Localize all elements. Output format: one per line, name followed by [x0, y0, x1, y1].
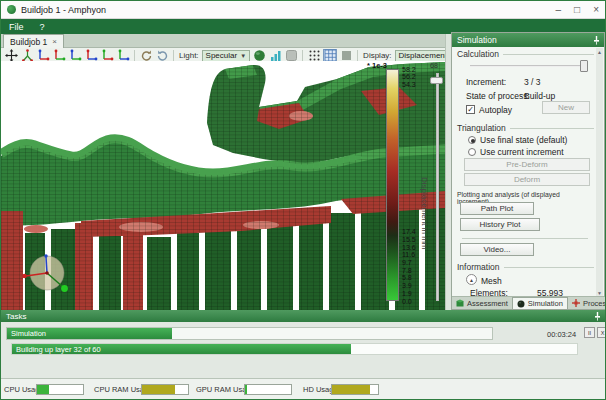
maximize-button[interactable]: □	[574, 5, 580, 15]
video-button[interactable]: Video...	[460, 243, 534, 256]
status-bar: CPU Usage:CPU RAM Usage:GPU RAM Usage:HD…	[1, 378, 605, 399]
window-title: Buildjob 1 - Amphyon	[21, 5, 106, 15]
information-group-title: Information	[457, 262, 594, 272]
elapsed-time: 00:03:24	[547, 330, 576, 339]
tab-label: Buildjob 1	[10, 37, 47, 47]
use-final-state-radio[interactable]	[468, 136, 476, 144]
pre-deform-button[interactable]: Pre-Deform	[464, 158, 590, 171]
tasks-panel-body: Simulation 00:03:24 II X Building up lay…	[1, 322, 605, 378]
progress-label: Simulation	[11, 328, 46, 339]
scale-label: 7.8	[402, 267, 412, 274]
scale-label: 56.2	[402, 73, 416, 80]
usage-bar-fill	[37, 385, 49, 394]
pin-icon[interactable]	[594, 311, 601, 322]
usage-bar-fill	[142, 385, 175, 394]
viewport-3d[interactable]: * 1e-3 58.256.254.3 17.415.513.611.69.77…	[1, 61, 445, 310]
triangulation-group-title: Triangulation	[457, 123, 594, 133]
assessment-icon	[456, 299, 464, 307]
amphyon-window: Buildjob 1 - Amphyon – □ × File? Buildjo…	[0, 0, 606, 400]
usage-bar	[244, 384, 292, 395]
cancel-task-button[interactable]: X	[597, 327, 606, 338]
display-label: Display:	[363, 51, 391, 60]
colorbar-title: Displacement in mm	[420, 131, 429, 296]
scale-label: 15.5	[402, 236, 416, 243]
tab-buildjob-1[interactable]: Buildjob 1 ×	[3, 34, 64, 48]
pause-task-button[interactable]: II	[584, 327, 595, 338]
scroll-up-icon[interactable]: ▲	[597, 49, 602, 55]
tab-assessment[interactable]: Assessment	[452, 297, 513, 309]
usage-bar-fill	[245, 385, 247, 394]
usage-bar	[36, 384, 84, 395]
tasks-panel-header: Tasks	[1, 310, 605, 322]
scale-label: 11.6	[402, 251, 415, 258]
tab-close-icon[interactable]: ×	[52, 37, 57, 46]
scale-label: 1.9	[402, 290, 412, 297]
app-icon	[7, 5, 16, 14]
chevron-down-icon: ▼	[240, 53, 246, 59]
tab-process[interactable]: Process	[568, 297, 606, 309]
mesh-collapse-icon[interactable]: ▲	[466, 274, 477, 285]
calculation-group-title: Calculation	[457, 49, 594, 59]
panel-scrollbar[interactable]: ▲ ▼	[596, 48, 603, 297]
state-value: Build-up	[524, 91, 555, 101]
scale-label: 54.3	[402, 81, 416, 88]
mesh-label: Mesh	[481, 276, 502, 286]
simulation-progress-bar: Simulation	[6, 327, 493, 340]
panel-tab-bar: Assessment Simulation Process	[452, 296, 604, 309]
process-icon	[572, 299, 580, 307]
new-button[interactable]: New	[542, 101, 590, 114]
state-label: State of process:	[466, 91, 530, 101]
history-plot-button[interactable]: History Plot	[460, 218, 540, 231]
light-label: Light:	[179, 51, 199, 60]
usage-bar-fill	[332, 385, 370, 394]
divider	[462, 238, 588, 239]
tasks-title: Tasks	[6, 312, 26, 321]
scale-label: 0.0	[402, 298, 412, 305]
scale-label: 5.8	[402, 274, 412, 281]
layer-slider-value: 68	[430, 62, 438, 69]
scale-label: 58.2	[402, 66, 416, 73]
close-button[interactable]: ×	[593, 5, 599, 15]
simulation-panel-content: Calculation Increment: 3 / 3 State of pr…	[452, 47, 598, 298]
autoplay-label: Autoplay	[479, 105, 512, 115]
usage-bar	[141, 384, 189, 395]
layer-slider-thumb[interactable]	[430, 77, 443, 84]
panel-title: Simulation	[457, 35, 497, 45]
increment-label: Increment:	[466, 77, 506, 87]
menu-item-help[interactable]: ?	[40, 22, 45, 32]
display-select[interactable]: Displacement▼	[395, 50, 445, 62]
scale-label: 17.4	[402, 228, 416, 235]
minimize-button[interactable]: –	[556, 5, 562, 15]
increment-value: 3 / 3	[524, 77, 541, 87]
scale-label: 9.7	[402, 259, 412, 266]
use-final-state-label: Use final state (default)	[480, 135, 567, 145]
simulation-icon	[517, 300, 525, 308]
progress-label: Building up layer 32 of 60	[16, 344, 101, 354]
usage-bar	[331, 384, 379, 395]
deform-button[interactable]: Deform	[464, 173, 590, 186]
increment-slider[interactable]	[470, 65, 588, 67]
use-current-increment-radio[interactable]	[468, 148, 476, 156]
scale-label: 13.6	[402, 244, 416, 251]
use-current-increment-label: Use current increment	[480, 147, 564, 157]
pin-icon[interactable]	[593, 35, 600, 46]
autoplay-checkbox[interactable]: ✓	[466, 105, 475, 114]
simulation-panel-header: Simulation	[452, 33, 604, 47]
tab-simulation[interactable]: Simulation	[513, 297, 568, 309]
layer-progress-bar: Building up layer 32 of 60	[11, 343, 578, 355]
scale-label: 3.9	[402, 282, 412, 289]
mesh-render	[1, 61, 445, 310]
title-bar: Buildjob 1 - Amphyon – □ ×	[1, 1, 605, 19]
displacement-colorbar	[386, 69, 399, 301]
scale-multiplier: * 1e-3	[367, 61, 387, 70]
menu-item-file[interactable]: File	[9, 22, 24, 32]
increment-slider-thumb[interactable]	[580, 60, 588, 72]
layer-slider[interactable]	[436, 73, 439, 301]
light-select[interactable]: Specular▼	[202, 50, 251, 62]
path-plot-button[interactable]: Path Plot	[460, 202, 534, 215]
document-tab-bar: Buildjob 1 ×	[1, 34, 445, 48]
simulation-panel: Simulation Calculation Increment: 3 / 3 …	[451, 32, 605, 310]
